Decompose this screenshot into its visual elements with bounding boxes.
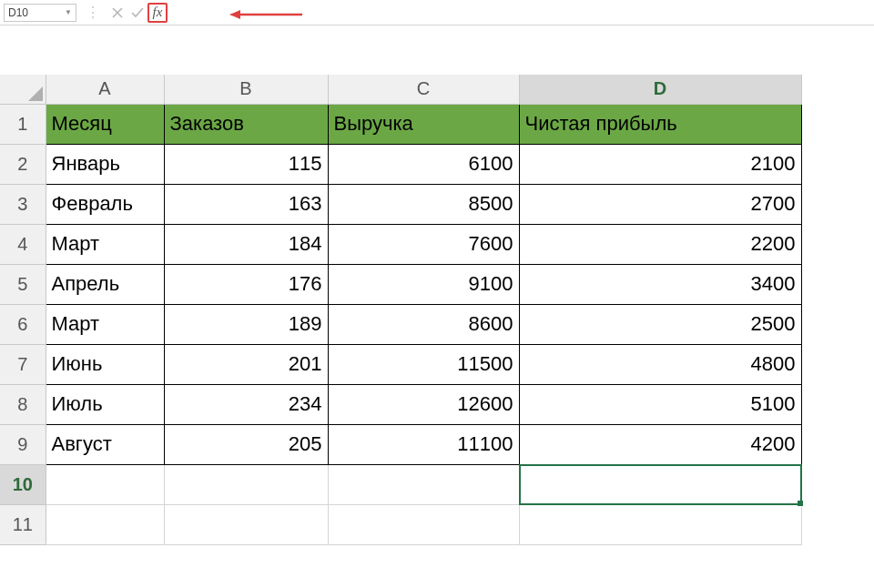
row-header-1[interactable]: 1 (0, 104, 46, 144)
cell-c7[interactable]: 11500 (328, 344, 519, 384)
name-box-value: D10 (8, 6, 28, 19)
cell-d4[interactable]: 2200 (519, 224, 801, 264)
cell-b11[interactable] (164, 504, 328, 544)
cell-b4[interactable]: 184 (164, 224, 328, 264)
cell-a4[interactable]: Март (46, 224, 164, 264)
cell-a11[interactable] (46, 504, 164, 544)
chevron-down-icon[interactable]: ▼ (65, 8, 72, 16)
cell-d1[interactable]: Чистая прибыль (519, 104, 801, 144)
cell-d11[interactable] (519, 504, 801, 544)
row-header-7[interactable]: 7 (0, 344, 46, 384)
column-header-c[interactable]: C (328, 75, 519, 104)
row-header-2[interactable]: 2 (0, 144, 46, 184)
cell-b8[interactable]: 234 (164, 384, 328, 424)
cell-b10[interactable] (164, 464, 328, 504)
name-box[interactable]: D10 ▼ (4, 4, 76, 22)
cell-c9[interactable]: 11100 (328, 424, 519, 464)
cell-d7[interactable]: 4800 (519, 344, 801, 384)
cell-a6[interactable]: Март (46, 304, 164, 344)
cancel-formula-icon[interactable] (107, 3, 127, 23)
cell-d5[interactable]: 3400 (519, 264, 801, 304)
cell-d8[interactable]: 5100 (519, 384, 801, 424)
cell-a5[interactable]: Апрель (46, 264, 164, 304)
cell-c11[interactable] (328, 504, 519, 544)
row-header-3[interactable]: 3 (0, 184, 46, 224)
insert-function-button[interactable]: fx (147, 3, 168, 23)
cell-b7[interactable]: 201 (164, 344, 328, 384)
cell-a1[interactable]: Месяц (46, 104, 164, 144)
separator: ⋮ (86, 4, 100, 21)
cell-a7[interactable]: Июнь (46, 344, 164, 384)
cell-a8[interactable]: Июль (46, 384, 164, 424)
column-header-b[interactable]: B (164, 75, 328, 104)
cell-d10[interactable] (519, 464, 801, 504)
cell-c1[interactable]: Выручка (328, 104, 519, 144)
row-header-10[interactable]: 10 (0, 464, 46, 504)
cell-d9[interactable]: 4200 (519, 424, 801, 464)
cell-b3[interactable]: 163 (164, 184, 328, 224)
column-header-a[interactable]: A (46, 75, 164, 104)
cell-b1[interactable]: Заказов (164, 104, 328, 144)
column-header-d[interactable]: D (519, 75, 801, 104)
row-header-5[interactable]: 5 (0, 264, 46, 304)
cell-c2[interactable]: 6100 (328, 144, 519, 184)
formula-bar: D10 ▼ ⋮ fx (0, 0, 874, 25)
cell-b5[interactable]: 176 (164, 264, 328, 304)
spreadsheet-grid: A B C D 1 Месяц Заказов Выручка Чистая п… (0, 75, 874, 545)
cell-a9[interactable]: Август (46, 424, 164, 464)
cell-d3[interactable]: 2700 (519, 184, 801, 224)
row-header-11[interactable]: 11 (0, 504, 46, 544)
cell-b6[interactable]: 189 (164, 304, 328, 344)
svg-marker-1 (229, 10, 240, 19)
cell-d2[interactable]: 2100 (519, 144, 801, 184)
cell-b2[interactable]: 115 (164, 144, 328, 184)
row-header-8[interactable]: 8 (0, 384, 46, 424)
cell-d6[interactable]: 2500 (519, 304, 801, 344)
cell-c5[interactable]: 9100 (328, 264, 519, 304)
row-header-9[interactable]: 9 (0, 424, 46, 464)
select-all-corner[interactable] (0, 75, 46, 104)
cell-c10[interactable] (328, 464, 519, 504)
cell-c3[interactable]: 8500 (328, 184, 519, 224)
accept-formula-icon[interactable] (127, 3, 147, 23)
cell-a2[interactable]: Январь (46, 144, 164, 184)
cell-a3[interactable]: Февраль (46, 184, 164, 224)
cell-c4[interactable]: 7600 (328, 224, 519, 264)
cell-c8[interactable]: 12600 (328, 384, 519, 424)
fx-icon: fx (153, 5, 163, 20)
cell-c6[interactable]: 8600 (328, 304, 519, 344)
annotation-arrow (229, 9, 302, 20)
cell-a10[interactable] (46, 464, 164, 504)
row-header-6[interactable]: 6 (0, 304, 46, 344)
cell-b9[interactable]: 205 (164, 424, 328, 464)
row-header-4[interactable]: 4 (0, 224, 46, 264)
